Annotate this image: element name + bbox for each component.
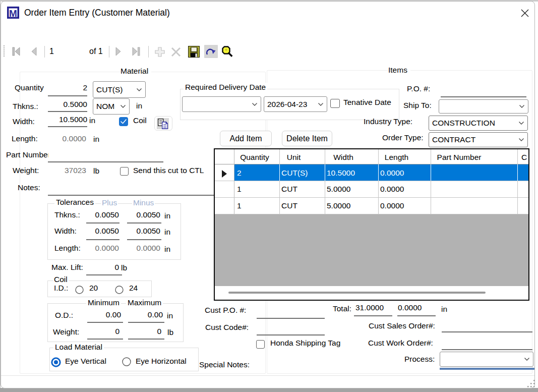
svg-text:M: M: [9, 8, 17, 19]
